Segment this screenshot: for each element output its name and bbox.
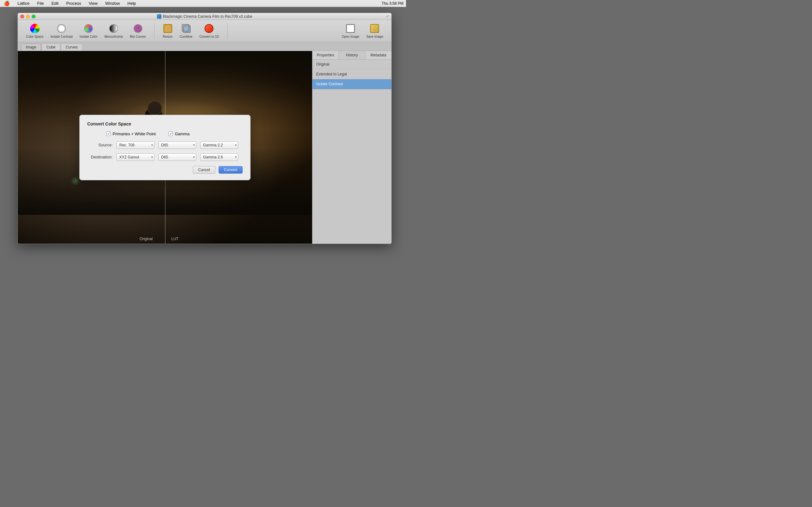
dest-whitepoint-select[interactable]: D65 D60 D50	[158, 153, 196, 161]
destination-row: Destination: XYZ Gamut Rec. 709 sRGB DCI…	[87, 153, 243, 161]
dest-whitepoint-wrapper[interactable]: D65 D60 D50	[158, 153, 196, 161]
window-title: Blackmagic Cinema Camera Film to Rec709 …	[157, 14, 252, 19]
toolbar-convert-1d-label: Convert to 1D	[200, 35, 219, 38]
isolate-color-icon	[84, 23, 94, 34]
apple-menu[interactable]: 🍎	[3, 1, 11, 6]
gamma-checkbox[interactable]	[168, 131, 173, 136]
toolbar-combine[interactable]: Combine	[178, 22, 194, 40]
toolbar-combine-label: Combine	[180, 35, 193, 38]
toolbar-isolate-color[interactable]: Isolate Color	[78, 22, 99, 40]
toolbar-resize[interactable]: Resize	[161, 22, 175, 40]
dialog-checkboxes: Primaries + White Point Gamma	[87, 131, 243, 136]
source-primary-select[interactable]: Rec. 709 sRGB DCI-P3 Adobe RGB	[116, 141, 154, 149]
gamma-checkbox-item[interactable]: Gamma	[168, 131, 189, 136]
toolbar-mix-curves[interactable]: Mix Curves	[128, 22, 148, 40]
history-item-isolate-contrast[interactable]: Isolate Contrast	[312, 79, 392, 89]
isolate-contrast-icon	[56, 23, 67, 34]
tab-cube[interactable]: Cube	[42, 43, 60, 51]
tab-history[interactable]: History	[339, 51, 365, 59]
primaries-whitepoint-checkbox[interactable]	[106, 131, 111, 136]
cancel-button[interactable]: Cancel	[193, 166, 215, 174]
menu-file[interactable]: File	[36, 1, 45, 6]
menu-lattice[interactable]: Lattice	[16, 1, 31, 6]
main-tabbar: Image Cube Curves	[18, 42, 392, 51]
file-icon	[157, 14, 161, 19]
combine-icon	[181, 23, 191, 34]
close-button[interactable]	[20, 14, 24, 18]
menu-process[interactable]: Process	[65, 1, 83, 6]
convert-color-space-dialog: Convert Color Space Primaries + White Po…	[79, 115, 251, 180]
menu-window[interactable]: Window	[104, 1, 121, 6]
resize-icon	[163, 23, 173, 34]
dialog-overlay: Convert Color Space Primaries + White Po…	[18, 51, 312, 244]
convert-button[interactable]: Convert	[218, 166, 243, 174]
menubar: 🍎 Lattice File Edit Process View Window …	[0, 0, 406, 7]
source-gamma-select[interactable]: Gamma 2.2 Gamma 2.4 sRGB Linear	[200, 141, 238, 149]
dialog-title: Convert Color Space	[87, 121, 243, 126]
source-label: Source:	[87, 143, 113, 147]
menu-help[interactable]: Help	[126, 1, 137, 6]
toolbar: Color Space Isolate Contrast Isolate Col…	[18, 20, 392, 42]
source-primary-wrapper[interactable]: Rec. 709 sRGB DCI-P3 Adobe RGB	[116, 141, 154, 149]
traffic-lights	[20, 14, 36, 18]
menubar-right: Thu 3:58 PM	[382, 1, 403, 6]
toolbar-color-space-label: Color Space	[26, 35, 44, 38]
primaries-whitepoint-checkbox-item[interactable]: Primaries + White Point	[106, 131, 156, 136]
toolbar-isolate-contrast-label: Isolate Contrast	[50, 35, 72, 38]
convert-1d-icon	[204, 23, 214, 34]
expand-button[interactable]: ⤢	[386, 14, 389, 18]
toolbar-separator-2	[227, 23, 227, 39]
tab-curves[interactable]: Curves	[61, 43, 83, 51]
menu-edit[interactable]: Edit	[50, 1, 60, 6]
dest-primary-select[interactable]: XYZ Gamut Rec. 709 sRGB DCI-P3	[116, 153, 154, 161]
mix-curves-icon	[133, 23, 143, 34]
main-window: Blackmagic Cinema Camera Film to Rec709 …	[17, 13, 392, 244]
toolbar-monochrome[interactable]: Monochrome	[102, 22, 125, 40]
content-area: Original LUT Convert Color Space Primari…	[18, 51, 392, 244]
toolbar-isolate-color-label: Isolate Color	[80, 35, 97, 38]
history-list: Original Extended to Legal Isolate Contr…	[312, 60, 392, 244]
titlebar: Blackmagic Cinema Camera Film to Rec709 …	[18, 13, 392, 20]
primaries-whitepoint-label: Primaries + White Point	[113, 131, 156, 136]
dest-gamma-wrapper[interactable]: Gamma 2.6 Gamma 2.2 Gamma 2.4 Linear	[200, 153, 238, 161]
tab-metadata[interactable]: Metadata	[365, 51, 392, 59]
dest-gamma-select[interactable]: Gamma 2.6 Gamma 2.2 Gamma 2.4 Linear	[200, 153, 238, 161]
menu-datetime: Thu 3:58 PM	[382, 1, 403, 6]
source-gamma-wrapper[interactable]: Gamma 2.2 Gamma 2.4 sRGB Linear	[200, 141, 238, 149]
dest-primary-wrapper[interactable]: XYZ Gamut Rec. 709 sRGB DCI-P3	[116, 153, 154, 161]
open-image-icon	[345, 23, 356, 34]
toolbar-convert-1d[interactable]: Convert to 1D	[198, 22, 221, 40]
tab-image[interactable]: Image	[21, 43, 41, 51]
destination-label: Destination:	[87, 155, 113, 159]
save-image-icon	[369, 23, 380, 34]
tab-properties[interactable]: Properties	[312, 51, 339, 59]
toolbar-save-image-label: Save Image	[366, 35, 383, 38]
toolbar-isolate-contrast[interactable]: Isolate Contrast	[49, 22, 74, 40]
toolbar-save-image[interactable]: Save Image	[364, 22, 385, 40]
image-area: Original LUT Convert Color Space Primari…	[18, 51, 312, 244]
minimize-button[interactable]	[26, 14, 30, 18]
source-row: Source: Rec. 709 sRGB DCI-P3 Adobe RGB	[87, 141, 243, 149]
toolbar-mix-curves-label: Mix Curves	[130, 35, 146, 38]
history-item-extended-to-legal[interactable]: Extended to Legal	[312, 69, 392, 79]
toolbar-open-image[interactable]: Open Image	[340, 22, 361, 40]
toolbar-resize-label: Resize	[163, 35, 172, 38]
toolbar-separator-1	[154, 23, 154, 39]
color-space-icon	[30, 23, 40, 34]
gamma-label: Gamma	[175, 131, 189, 136]
dialog-buttons: Cancel Convert	[87, 166, 243, 174]
source-whitepoint-select[interactable]: D65 D60 D50	[158, 141, 196, 149]
history-item-original[interactable]: Original	[312, 60, 392, 69]
monochrome-icon	[108, 23, 119, 34]
window-title-text: Blackmagic Cinema Camera Film to Rec709 …	[163, 14, 252, 19]
right-panel-tabs: Properties History Metadata	[312, 51, 392, 60]
menu-view[interactable]: View	[88, 1, 99, 6]
toolbar-monochrome-label: Monochrome	[104, 35, 123, 38]
toolbar-color-space[interactable]: Color Space	[24, 22, 45, 40]
right-panel: Properties History Metadata Original Ext…	[312, 51, 392, 244]
toolbar-open-image-label: Open Image	[342, 35, 359, 38]
source-whitepoint-wrapper[interactable]: D65 D60 D50	[158, 141, 196, 149]
maximize-button[interactable]	[32, 14, 36, 18]
